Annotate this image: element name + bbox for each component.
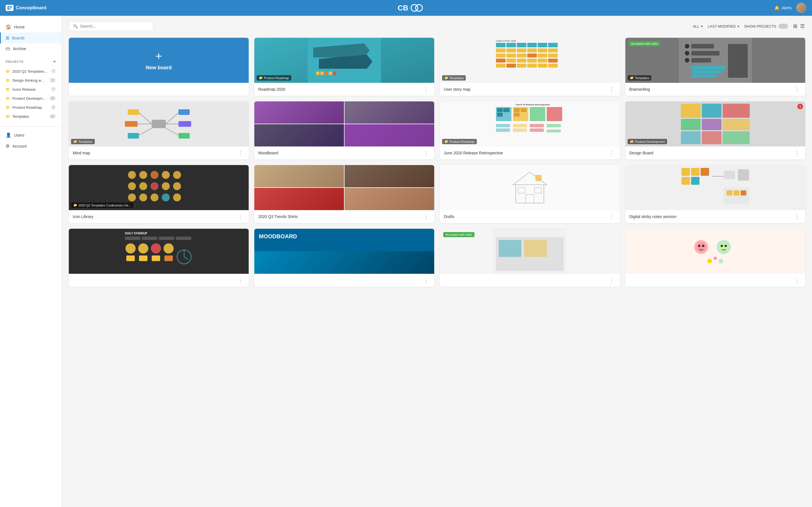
svg-point-166 xyxy=(714,257,717,260)
svg-rect-20 xyxy=(538,43,547,47)
filter-all-button[interactable]: ALL ▼ xyxy=(693,24,703,29)
svg-rect-75 xyxy=(530,107,545,121)
brand-logo[interactable]: Conceptboard xyxy=(6,5,46,11)
show-projects-toggle[interactable]: SHOW PROJECTS xyxy=(744,24,788,29)
sidebar-item-account[interactable]: ⚙ Account xyxy=(0,140,62,152)
new-board-thumbnail: + New board xyxy=(69,38,249,83)
sidebar-item-archive[interactable]: 🗃 Archive xyxy=(0,43,62,54)
sort-button[interactable]: LAST MODIFIED ▼ xyxy=(708,24,740,29)
main-content: 🔍 ALL ▼ LAST MODIFIED ▼ SHOW PROJECTS ⊞ xyxy=(62,16,812,507)
user-avatar[interactable] xyxy=(796,3,806,13)
board-title: User story map xyxy=(444,87,470,92)
board-card-drafts[interactable]: Drafts ⋮ xyxy=(440,165,620,223)
svg-rect-40 xyxy=(496,64,506,68)
sidebar-project-product-dev[interactable]: 📁 Product Development 26 xyxy=(0,94,62,103)
board-menu-button[interactable]: ⋮ xyxy=(236,277,245,284)
project-count: 7 xyxy=(51,87,56,92)
svg-point-115 xyxy=(162,193,170,202)
board-menu-button[interactable]: ⋮ xyxy=(793,277,801,284)
board-thumbnail-digital-sticky xyxy=(625,165,805,210)
board-footer: ⋮ xyxy=(69,274,249,287)
alerts-button[interactable]: 🔔 Alerts xyxy=(774,5,792,11)
svg-rect-120 xyxy=(518,187,525,193)
board-menu-button[interactable]: ⋮ xyxy=(607,213,616,220)
sidebar-item-home-label: Home xyxy=(14,25,24,29)
board-menu-button[interactable]: ⋮ xyxy=(236,213,245,220)
board-menu-button[interactable]: ⋮ xyxy=(793,149,801,157)
sidebar-item-users[interactable]: 👤 Users xyxy=(0,129,62,140)
toggle-switch[interactable] xyxy=(778,24,788,29)
board-card-trends[interactable]: 2020 Q3 Trends Shirts ⋮ xyxy=(254,165,434,223)
sidebar-project-design-thinking[interactable]: 📁 Design thinking works... 12 xyxy=(0,76,62,85)
board-footer: ⋮ xyxy=(254,274,434,287)
board-menu-button[interactable]: ⋮ xyxy=(793,86,801,93)
add-project-button[interactable]: + xyxy=(53,59,56,64)
svg-rect-89 xyxy=(530,128,544,132)
board-card-brainwriting[interactable]: Accepted with edits 📁 Templates Brainwri… xyxy=(625,38,805,96)
board-menu-button[interactable]: ⋮ xyxy=(422,86,430,93)
board-title: Brainwriting xyxy=(629,87,650,92)
board-card-partial-3[interactable]: Accepted with edits ⋮ xyxy=(440,229,620,287)
toolbar: 🔍 ALL ▼ LAST MODIFIED ▼ SHOW PROJECTS ⊞ xyxy=(69,21,805,31)
board-menu-button[interactable]: ⋮ xyxy=(422,213,430,220)
board-menu-button[interactable]: ⋮ xyxy=(422,149,430,157)
sidebar-project-2020q2[interactable]: 📁 2020 Q2 Templates Co... 7 xyxy=(0,67,62,76)
board-thumbnail-roadmap: 📁 Product Roadmap xyxy=(254,38,434,83)
board-menu-button[interactable]: ⋮ xyxy=(607,277,616,284)
svg-rect-32 xyxy=(538,54,547,57)
board-menu-button[interactable]: ⋮ xyxy=(607,149,616,157)
svg-rect-30 xyxy=(517,54,526,57)
board-card-moodboard[interactable]: Moodboard ⋮ xyxy=(254,101,434,159)
new-board-card[interactable]: + New board xyxy=(69,38,249,96)
svg-rect-130 xyxy=(724,171,735,179)
board-card-roadmap[interactable]: 📁 Product Roadmap Roadmap 2020 ⋮ xyxy=(254,38,434,96)
svg-rect-147 xyxy=(139,256,147,261)
board-card-partial-1[interactable]: DAILY STANDUP xyxy=(69,229,249,287)
svg-rect-88 xyxy=(513,128,527,132)
svg-rect-128 xyxy=(691,177,700,185)
svg-rect-135 xyxy=(741,190,746,195)
svg-rect-13 xyxy=(333,71,336,75)
svg-rect-0 xyxy=(7,6,9,8)
board-menu-button[interactable]: ⋮ xyxy=(236,149,245,157)
board-card-partial-4[interactable]: ⋮ xyxy=(625,229,805,287)
board-card-icolibrary[interactable]: 📁 2020 Q2 Templates Coolbrandco De... Ic… xyxy=(69,165,249,223)
board-menu-button[interactable]: ⋮ xyxy=(607,86,616,93)
svg-rect-21 xyxy=(548,43,558,47)
board-menu-button[interactable]: ⋮ xyxy=(422,277,430,284)
board-card-digital-sticky[interactable]: Digital sticky notes session ⋮ xyxy=(625,165,805,223)
board-card-designboard[interactable]: 1 📁 Product Development Design Board ⋮ xyxy=(625,101,805,159)
project-count: 42 xyxy=(49,114,56,119)
list-view-button[interactable]: ☰ xyxy=(800,22,805,30)
svg-rect-133 xyxy=(726,190,732,195)
search-input[interactable] xyxy=(80,24,149,29)
board-menu-button[interactable]: ⋮ xyxy=(793,213,801,220)
board-card-retro[interactable]: Touch UI Release Retrospective xyxy=(440,101,620,159)
svg-rect-35 xyxy=(506,59,516,62)
svg-point-160 xyxy=(702,245,704,247)
sidebar-project-icons-release[interactable]: 📁 Icons Release 7 xyxy=(0,85,62,94)
users-icon: 👤 xyxy=(6,132,11,138)
svg-rect-16 xyxy=(496,43,506,47)
svg-rect-155 xyxy=(499,240,521,257)
board-card-mindmap[interactable]: 📁 Templates Mind map ⋮ xyxy=(69,101,249,159)
sidebar-item-boards[interactable]: ⊞ Boards xyxy=(0,33,62,43)
svg-point-106 xyxy=(173,171,181,179)
sidebar-item-account-label: Account xyxy=(12,144,27,149)
board-card-userstory[interactable]: USER STORY MAP xyxy=(440,38,620,96)
boards-icon: ⊞ xyxy=(6,35,9,41)
sidebar-item-users-label: Users xyxy=(14,133,24,137)
svg-point-144 xyxy=(151,243,161,253)
grid-view-button[interactable]: ⊞ xyxy=(793,22,798,30)
board-thumbnail-moodboard xyxy=(254,101,434,147)
sidebar-item-home[interactable]: 🏠 Home xyxy=(0,21,62,33)
svg-rect-138 xyxy=(125,237,140,240)
svg-point-107 xyxy=(128,182,136,190)
sidebar-project-templates[interactable]: 📁 Templates 42 xyxy=(0,112,62,121)
board-card-partial-2[interactable]: MOODBOARD ⋮ xyxy=(254,229,434,287)
svg-point-159 xyxy=(698,245,700,247)
sidebar-project-product-roadmap[interactable]: 📁 Product Roadmap 2 xyxy=(0,103,62,112)
search-box[interactable]: 🔍 xyxy=(69,21,153,31)
project-tag: 📁 Templates xyxy=(71,139,95,144)
svg-point-49 xyxy=(685,58,689,62)
